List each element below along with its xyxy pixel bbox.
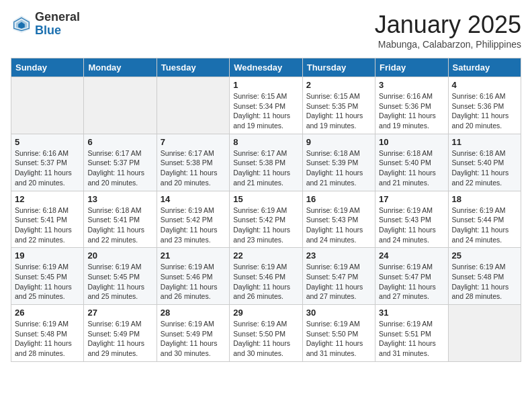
calendar-table: SundayMondayTuesdayWednesdayThursdayFrid… — [11, 58, 521, 362]
calendar-day-cell: 30Sunrise: 6:19 AM Sunset: 5:50 PM Dayli… — [302, 305, 375, 362]
day-info: Sunrise: 6:19 AM Sunset: 5:42 PM Dayligh… — [233, 205, 298, 245]
day-number: 4 — [452, 80, 517, 90]
day-number: 3 — [379, 80, 444, 90]
calendar-day-cell: 23Sunrise: 6:19 AM Sunset: 5:47 PM Dayli… — [302, 248, 375, 305]
logo: General Blue — [11, 11, 80, 38]
day-number: 22 — [233, 250, 298, 261]
weekday-header: Sunday — [11, 58, 84, 77]
day-number: 28 — [161, 308, 226, 318]
calendar-day-cell: 2Sunrise: 6:15 AM Sunset: 5:35 PM Daylig… — [302, 77, 375, 134]
location-text: Mabunga, Calabarzon, Philippines — [375, 39, 521, 50]
calendar-day-cell: 22Sunrise: 6:19 AM Sunset: 5:46 PM Dayli… — [230, 248, 302, 305]
calendar-week-row: 12Sunrise: 6:18 AM Sunset: 5:41 PM Dayli… — [11, 191, 521, 248]
calendar-day-cell: 24Sunrise: 6:19 AM Sunset: 5:47 PM Dayli… — [375, 248, 448, 305]
day-info: Sunrise: 6:19 AM Sunset: 5:42 PM Dayligh… — [161, 205, 226, 245]
calendar-day-cell — [448, 305, 521, 362]
calendar-day-cell: 18Sunrise: 6:19 AM Sunset: 5:44 PM Dayli… — [448, 191, 521, 248]
calendar-day-cell: 31Sunrise: 6:19 AM Sunset: 5:51 PM Dayli… — [375, 305, 448, 362]
month-title: January 2025 — [375, 11, 521, 39]
weekday-header: Saturday — [448, 58, 521, 77]
day-info: Sunrise: 6:15 AM Sunset: 5:34 PM Dayligh… — [233, 91, 298, 131]
day-info: Sunrise: 6:18 AM Sunset: 5:39 PM Dayligh… — [306, 148, 371, 188]
calendar-day-cell: 15Sunrise: 6:19 AM Sunset: 5:42 PM Dayli… — [230, 191, 302, 248]
day-number: 17 — [379, 194, 444, 204]
day-info: Sunrise: 6:15 AM Sunset: 5:35 PM Dayligh… — [306, 91, 371, 131]
day-number: 2 — [306, 80, 371, 90]
calendar-day-cell — [157, 77, 229, 134]
day-number: 9 — [306, 137, 371, 147]
day-info: Sunrise: 6:19 AM Sunset: 5:46 PM Dayligh… — [233, 262, 298, 302]
day-info: Sunrise: 6:19 AM Sunset: 5:45 PM Dayligh… — [87, 262, 152, 302]
day-info: Sunrise: 6:17 AM Sunset: 5:38 PM Dayligh… — [161, 148, 226, 188]
logo-text: General Blue — [35, 11, 80, 38]
calendar-day-cell: 3Sunrise: 6:16 AM Sunset: 5:36 PM Daylig… — [375, 77, 448, 134]
logo-icon — [11, 13, 32, 35]
day-info: Sunrise: 6:18 AM Sunset: 5:40 PM Dayligh… — [379, 148, 444, 188]
day-info: Sunrise: 6:16 AM Sunset: 5:37 PM Dayligh… — [15, 148, 80, 188]
calendar-day-cell: 1Sunrise: 6:15 AM Sunset: 5:34 PM Daylig… — [230, 77, 302, 134]
day-info: Sunrise: 6:19 AM Sunset: 5:50 PM Dayligh… — [306, 319, 371, 359]
day-number: 12 — [15, 194, 80, 204]
day-number: 1 — [233, 80, 298, 90]
calendar-day-cell: 11Sunrise: 6:18 AM Sunset: 5:40 PM Dayli… — [448, 134, 521, 191]
day-number: 15 — [233, 194, 298, 204]
day-number: 23 — [306, 250, 371, 261]
page-header: General Blue January 2025 Mabunga, Calab… — [11, 11, 521, 50]
calendar-day-cell: 25Sunrise: 6:19 AM Sunset: 5:48 PM Dayli… — [448, 248, 521, 305]
calendar-week-row: 5Sunrise: 6:16 AM Sunset: 5:37 PM Daylig… — [11, 134, 521, 191]
calendar-week-row: 19Sunrise: 6:19 AM Sunset: 5:45 PM Dayli… — [11, 248, 521, 305]
calendar-day-cell: 27Sunrise: 6:19 AM Sunset: 5:49 PM Dayli… — [84, 305, 157, 362]
day-number: 14 — [161, 194, 226, 204]
day-number: 19 — [15, 250, 80, 261]
calendar-day-cell — [11, 77, 84, 134]
day-number: 27 — [87, 308, 152, 318]
day-number: 20 — [87, 250, 152, 261]
calendar-day-cell: 26Sunrise: 6:19 AM Sunset: 5:48 PM Dayli… — [11, 305, 84, 362]
day-number: 13 — [87, 194, 152, 204]
day-info: Sunrise: 6:19 AM Sunset: 5:47 PM Dayligh… — [306, 262, 371, 302]
day-info: Sunrise: 6:19 AM Sunset: 5:51 PM Dayligh… — [379, 319, 444, 359]
calendar-day-cell: 17Sunrise: 6:19 AM Sunset: 5:43 PM Dayli… — [375, 191, 448, 248]
calendar-day-cell: 9Sunrise: 6:18 AM Sunset: 5:39 PM Daylig… — [302, 134, 375, 191]
day-info: Sunrise: 6:19 AM Sunset: 5:50 PM Dayligh… — [233, 319, 298, 359]
title-block: January 2025 Mabunga, Calabarzon, Philip… — [375, 11, 521, 50]
day-number: 31 — [379, 308, 444, 318]
calendar-week-row: 1Sunrise: 6:15 AM Sunset: 5:34 PM Daylig… — [11, 77, 521, 134]
day-number: 11 — [452, 137, 517, 147]
weekday-header: Wednesday — [230, 58, 302, 77]
day-info: Sunrise: 6:19 AM Sunset: 5:47 PM Dayligh… — [379, 262, 444, 302]
day-number: 10 — [379, 137, 444, 147]
day-number: 21 — [161, 250, 226, 261]
day-info: Sunrise: 6:19 AM Sunset: 5:49 PM Dayligh… — [161, 319, 226, 359]
day-info: Sunrise: 6:16 AM Sunset: 5:36 PM Dayligh… — [379, 91, 444, 131]
day-info: Sunrise: 6:18 AM Sunset: 5:41 PM Dayligh… — [15, 205, 80, 245]
day-number: 30 — [306, 308, 371, 318]
calendar-day-cell: 29Sunrise: 6:19 AM Sunset: 5:50 PM Dayli… — [230, 305, 302, 362]
day-number: 25 — [452, 250, 517, 261]
day-number: 18 — [452, 194, 517, 204]
weekday-header: Monday — [84, 58, 157, 77]
calendar-day-cell: 14Sunrise: 6:19 AM Sunset: 5:42 PM Dayli… — [157, 191, 229, 248]
calendar-day-cell: 4Sunrise: 6:16 AM Sunset: 5:36 PM Daylig… — [448, 77, 521, 134]
calendar-day-cell: 7Sunrise: 6:17 AM Sunset: 5:38 PM Daylig… — [157, 134, 229, 191]
day-info: Sunrise: 6:18 AM Sunset: 5:40 PM Dayligh… — [452, 148, 517, 188]
calendar-header-row: SundayMondayTuesdayWednesdayThursdayFrid… — [11, 58, 521, 77]
calendar-week-row: 26Sunrise: 6:19 AM Sunset: 5:48 PM Dayli… — [11, 305, 521, 362]
calendar-day-cell: 5Sunrise: 6:16 AM Sunset: 5:37 PM Daylig… — [11, 134, 84, 191]
day-info: Sunrise: 6:19 AM Sunset: 5:44 PM Dayligh… — [452, 205, 517, 245]
calendar-day-cell: 28Sunrise: 6:19 AM Sunset: 5:49 PM Dayli… — [157, 305, 229, 362]
calendar-day-cell: 13Sunrise: 6:18 AM Sunset: 5:41 PM Dayli… — [84, 191, 157, 248]
day-info: Sunrise: 6:17 AM Sunset: 5:37 PM Dayligh… — [87, 148, 152, 188]
day-number: 16 — [306, 194, 371, 204]
day-info: Sunrise: 6:19 AM Sunset: 5:48 PM Dayligh… — [452, 262, 517, 302]
day-info: Sunrise: 6:16 AM Sunset: 5:36 PM Dayligh… — [452, 91, 517, 131]
logo-general-text: General — [35, 11, 80, 24]
weekday-header: Tuesday — [157, 58, 229, 77]
day-number: 5 — [15, 137, 80, 147]
calendar-day-cell — [84, 77, 157, 134]
day-number: 6 — [87, 137, 152, 147]
calendar-day-cell: 19Sunrise: 6:19 AM Sunset: 5:45 PM Dayli… — [11, 248, 84, 305]
weekday-header: Friday — [375, 58, 448, 77]
calendar-day-cell: 20Sunrise: 6:19 AM Sunset: 5:45 PM Dayli… — [84, 248, 157, 305]
calendar-day-cell: 6Sunrise: 6:17 AM Sunset: 5:37 PM Daylig… — [84, 134, 157, 191]
